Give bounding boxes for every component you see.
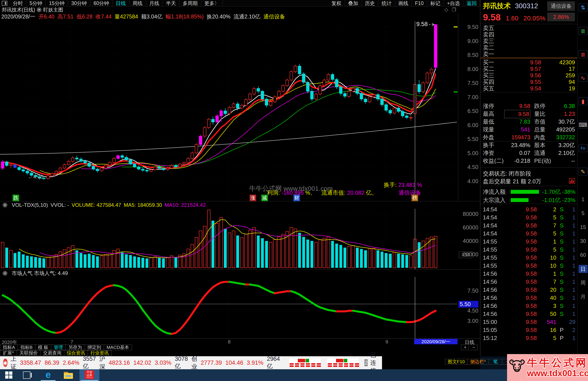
menu-item-复权[interactable]: 复权	[328, 0, 345, 6]
chevron-down-icon[interactable]: ▾	[3, 271, 7, 276]
main-chart-pane[interactable]: 2020/09/28/一开6.40高7.51低6.28收7.44量427584额…	[0, 13, 480, 201]
stat-row: 涨停9.58跌停6.38	[480, 102, 577, 110]
menu-item-F10[interactable]: F10	[412, 0, 427, 6]
task-view-button[interactable]	[23, 371, 30, 379]
window-restore-icon[interactable]: ❐	[452, 7, 456, 13]
layout-icon[interactable]	[2, 1, 7, 6]
menu-item-15分钟[interactable]: 15分钟	[46, 0, 68, 6]
menu-item-半天[interactable]: 半天	[163, 0, 180, 6]
status-quote-segment: 104.46	[225, 359, 243, 366]
cursor-date-label: 2020/09/28/一	[414, 339, 458, 344]
mktcap-suffix: 亿、	[366, 189, 377, 196]
candlestick-chart[interactable]	[0, 21, 458, 201]
period-button-周[interactable]: 周	[579, 279, 587, 287]
diamond-icon[interactable]: ◇	[444, 7, 448, 13]
menu-item-统计[interactable]: 统计	[378, 0, 395, 6]
menu-item-标记[interactable]: 标记	[427, 0, 444, 6]
period-button-60[interactable]: 60	[579, 251, 587, 259]
menu-item-叠加[interactable]: 叠加	[345, 0, 362, 6]
tab-sidebar-toggle[interactable]: 侧边栏^	[467, 359, 489, 364]
windows-start-button[interactable]	[5, 371, 13, 379]
edge-taskbar-slot[interactable]: e	[40, 369, 57, 381]
menu-item-周线[interactable]: 周线	[129, 0, 146, 6]
tick-row: 14:559.5810S1	[480, 254, 577, 262]
keyboard-icon[interactable]: ⌨	[579, 121, 587, 129]
stat-row: 收益(二)-0.218PE(动)--	[480, 157, 577, 165]
tab-模 板[interactable]: 模 板	[35, 344, 51, 350]
pingan-taskbar-slot[interactable]: 平安 证券 PING AN	[80, 369, 99, 381]
tdx-status-icon[interactable]: ◉	[3, 359, 8, 367]
menu-item-60分钟[interactable]: 60分钟	[90, 0, 113, 6]
vol-header-segment: VOLUME: 427584.47	[72, 202, 121, 208]
menu-item-画线[interactable]: 画线	[395, 0, 412, 6]
price-axis-label: 4.50	[459, 164, 478, 171]
rank-list-icon[interactable]: ≣	[579, 50, 587, 58]
bid-row: 买三9.56259	[480, 72, 577, 79]
period-button-1[interactable]: 1	[579, 196, 587, 203]
tick-row: 14:559.581S1	[480, 238, 577, 246]
volume-pane[interactable]: ▾VOL-TDX(5,10)VVOL: -VOLUME: 427584.47MA…	[0, 201, 480, 269]
tdx-app-window: 分时5分钟15分钟30分钟60分钟日线周线月线半天多周期更多〉 复权叠加历史统计…	[0, 0, 588, 381]
chart-badge-财[interactable]: 财	[294, 195, 300, 201]
menu-item-30分钟[interactable]: 30分钟	[68, 0, 90, 6]
status-quote-segment: 2777.39	[201, 359, 222, 366]
menu-item-日线[interactable]: 日线	[113, 0, 129, 6]
status-quote-segment: 沪深	[99, 355, 105, 371]
chart-badge-减[interactable]: 减	[261, 195, 268, 201]
bid-ask-divider	[480, 58, 577, 58]
period-button-30[interactable]: 30	[579, 237, 587, 245]
zoom-out-button[interactable]: −	[470, 344, 478, 350]
quote-panel: 邦讯技术 300312 通信设备 9.58 1.60 20.05% 2.86% …	[480, 0, 577, 356]
period-button-5[interactable]: 5	[579, 209, 587, 217]
fn-icon[interactable]: Fn	[579, 144, 587, 152]
volume-chart[interactable]	[0, 209, 458, 269]
tab-另存为[interactable]: 另存为	[66, 344, 85, 350]
tick-row: 15:009.5854129	[480, 318, 577, 326]
industry-badge[interactable]: 通信设备	[547, 1, 575, 11]
info-segment: 2020/09/28/一	[1, 13, 35, 20]
sentiment-pane[interactable]: ▾ 市场人气 市场人气: 4.49	[0, 269, 480, 338]
main-indicator-name[interactable]: 盯妖主图	[43, 6, 63, 13]
menu-item-+自选[interactable]: +自选	[444, 0, 463, 6]
tab-绑定到[interactable]: 绑定到	[85, 344, 104, 350]
chart-badge-涨[interactable]: 涨	[250, 195, 256, 201]
sidebar-tab-笔[interactable]: 笔	[489, 359, 502, 364]
tab-管理[interactable]: 管理	[51, 344, 66, 350]
tab-指标A[interactable]: 指标A	[0, 344, 18, 350]
menu-item-分时[interactable]: 分时	[10, 0, 26, 6]
tab-graphic-f10[interactable]: 图文F10	[445, 359, 467, 364]
tick-row: 14:569.581S1	[480, 270, 577, 278]
menu-item-更多〉[interactable]: 更多〉	[201, 0, 223, 6]
zoom-in-button[interactable]: +	[461, 344, 469, 350]
pencil-icon[interactable]: ✎	[579, 168, 587, 176]
mktcap-value: 20.082	[347, 189, 364, 196]
vol-header-segment: MA5: 184059.30	[124, 202, 162, 208]
period-button-月[interactable]: 月	[579, 293, 587, 301]
cow-mascot-icon: 🐮	[509, 358, 525, 374]
chevron-down-icon[interactable]: ▾	[3, 203, 7, 207]
file-explorer-icon[interactable]	[64, 372, 73, 379]
chart-badge-跌[interactable]: 跌	[13, 195, 19, 201]
chevron-down-icon[interactable]: ▾	[37, 7, 42, 12]
menu-item-月线[interactable]: 月线	[146, 0, 163, 6]
menu-item-返回[interactable]: 返回	[463, 0, 480, 6]
menu-item-多周期[interactable]: 多周期	[180, 0, 201, 6]
quote-list-icon[interactable]: ≣	[579, 27, 587, 35]
info-segment: 幅1.18(18.85%)	[166, 13, 204, 20]
after-hours-chart-icon[interactable]	[569, 178, 575, 184]
menu-item-5分钟[interactable]: 5分钟	[26, 0, 46, 6]
price-axis-label: 6.00	[459, 122, 478, 129]
chart-badge-榜[interactable]: 榜	[412, 195, 418, 201]
trend-wave-icon[interactable]: ∿	[579, 74, 587, 82]
connection-count-badge[interactable]: 2	[364, 359, 368, 366]
period-button-日[interactable]: 日	[579, 265, 587, 273]
stat-row: 最高9.58量比1.23	[480, 110, 577, 118]
tab-指标B[interactable]: 指标B	[18, 344, 35, 350]
sentiment-chart[interactable]	[0, 277, 458, 339]
status-quote-segment: 2964亿	[267, 356, 280, 370]
kline-icon[interactable]: ▮	[579, 97, 587, 105]
period-button-15[interactable]: 15	[579, 223, 587, 231]
tab-MACD基本[interactable]: MACD基本	[104, 344, 132, 350]
menu-item-历史[interactable]: 历史	[362, 0, 378, 6]
swap-icon[interactable]: ⇅	[579, 3, 587, 11]
